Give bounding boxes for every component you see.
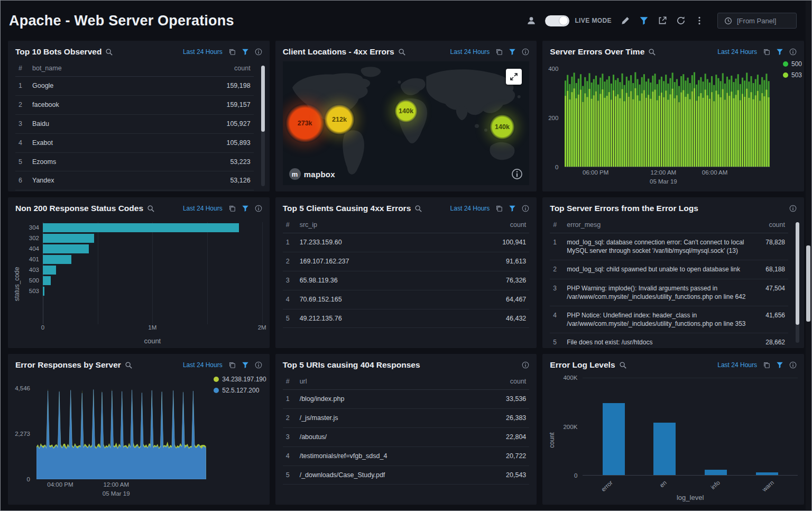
bar: [43, 223, 239, 232]
panel-title: Error Log Levels: [550, 360, 626, 370]
map-expand-button[interactable]: [506, 69, 522, 85]
info-icon[interactable]: [789, 48, 797, 56]
scrollbar-thumb[interactable]: [806, 245, 810, 322]
mapbox-logo[interactable]: m mapbox: [289, 168, 335, 180]
copy-icon[interactable]: [763, 361, 770, 369]
bar-row: [43, 234, 262, 243]
y-axis: 4002000: [542, 69, 562, 167]
info-icon[interactable]: [522, 361, 529, 369]
panel-title-text: Client Locations - 4xx Errors: [283, 47, 394, 57]
time-range-link[interactable]: Last 24 Hours: [450, 205, 490, 212]
time-range-link[interactable]: Last 24 Hours: [183, 48, 223, 56]
search-icon[interactable]: [414, 205, 422, 213]
search-icon[interactable]: [398, 48, 406, 56]
time-range-link[interactable]: Last 24 Hours: [183, 205, 223, 212]
status-codes-chart: status_code30430240440140350050301M2Mcou…: [8, 217, 270, 348]
search-icon[interactable]: [125, 361, 133, 369]
map-bubble[interactable]: 212k: [324, 104, 355, 135]
filter-icon[interactable]: [242, 205, 249, 212]
scrollbar-thumb[interactable]: [261, 66, 265, 132]
x-tick: 12:00 AM05 Mar 19: [650, 168, 677, 187]
copy-icon[interactable]: [228, 205, 236, 212]
copy-icon[interactable]: [763, 48, 770, 56]
bar: [43, 287, 44, 296]
panel-scrollbar[interactable]: [796, 222, 799, 343]
live-mode-label: LIVE MODE: [575, 17, 612, 24]
x-axis: 06:00 PM12:00 AM05 Mar 1906:00 AM: [565, 168, 770, 186]
panel-title: Server Errors Over Time: [550, 47, 656, 57]
panel-title-text: Non 200 Response Status Codes: [15, 204, 143, 213]
server-errors-chart: 500503400200006:00 PM12:00 AM05 Mar 1906…: [542, 60, 804, 191]
y-tick: 400: [548, 66, 558, 72]
copy-icon[interactable]: [495, 205, 503, 212]
bar-row: [43, 223, 262, 232]
panel-header: Top Server Errors from the Error Logs: [542, 197, 804, 217]
copy-icon[interactable]: [228, 48, 236, 56]
bar: [653, 423, 676, 475]
share-icon[interactable]: [658, 16, 667, 25]
bar-row: [43, 244, 262, 253]
live-mode-toggle[interactable]: [545, 15, 569, 26]
time-range-link[interactable]: Last 24 Hours: [717, 361, 757, 369]
y-tick: 200K: [563, 424, 577, 430]
info-icon[interactable]: [522, 205, 529, 212]
panel-top-server-errors: Top Server Errors from the Error Logs #e…: [542, 197, 804, 348]
filter-icon[interactable]: [639, 16, 649, 25]
filter-icon[interactable]: [509, 205, 516, 212]
search-icon[interactable]: [648, 48, 656, 56]
filter-icon[interactable]: [242, 48, 249, 56]
info-icon[interactable]: [522, 48, 529, 56]
bar-row: [43, 276, 262, 285]
panel-title-text: Top 10 Bots Observed: [15, 47, 102, 57]
hbar-body: 304302404401403500503: [23, 222, 262, 324]
user-icon[interactable]: [527, 16, 536, 25]
panel-header: Top 5 Clients Causing 4xx Errors Last 24…: [275, 197, 537, 217]
map-bubble[interactable]: 140k: [394, 99, 418, 123]
panel-header: Server Errors Over Time Last 24 Hours: [542, 41, 804, 60]
map-bubble[interactable]: 140k: [490, 114, 515, 140]
panel-body: 273k212k140k140k m mapbox: [275, 60, 537, 191]
search-icon[interactable]: [619, 361, 627, 369]
refresh-icon[interactable]: [676, 16, 686, 25]
map-info-icon[interactable]: [511, 168, 523, 180]
copy-icon[interactable]: [228, 361, 236, 369]
more-menu-icon[interactable]: [695, 16, 704, 25]
plot-area: [43, 222, 262, 324]
table-row: 1/blog/index.php33,536: [283, 390, 530, 409]
info-icon[interactable]: [255, 205, 262, 212]
map-bubble[interactable]: 273k: [285, 104, 325, 143]
y-tick: 0: [27, 476, 30, 482]
filter-icon[interactable]: [509, 48, 516, 56]
time-range-link[interactable]: Last 24 Hours: [717, 48, 757, 56]
info-icon[interactable]: [255, 48, 262, 56]
filter-icon[interactable]: [776, 48, 783, 56]
table-row: 5/_downloads/Case_Study.pdf20,543: [283, 466, 530, 485]
info-icon[interactable]: [255, 361, 262, 369]
panel-body: #bot_namecount1Google159,1982facebook159…: [8, 60, 270, 191]
time-range-link[interactable]: Last 24 Hours: [183, 361, 223, 369]
chart-legend: 34.238.197.19052.5.127.200: [214, 376, 266, 398]
time-range-link[interactable]: Last 24 Hours: [450, 48, 490, 56]
page-scrollbar[interactable]: [806, 1, 811, 510]
panel-controls: Last 24 Hours: [450, 48, 530, 56]
world-map[interactable]: 273k212k140k140k m mapbox: [283, 61, 530, 185]
panel-scrollbar[interactable]: [261, 66, 265, 186]
filter-icon[interactable]: [242, 361, 249, 369]
search-icon[interactable]: [147, 205, 155, 213]
panel-title-text: Server Errors Over Time: [550, 47, 644, 57]
bar: [756, 472, 778, 475]
scrollbar-thumb[interactable]: [796, 222, 799, 325]
log-levels-chart: count400K200K0erroreninfowarnlog_level: [542, 373, 804, 505]
filter-icon[interactable]: [776, 361, 783, 369]
info-icon[interactable]: [789, 205, 797, 212]
info-icon[interactable]: [789, 361, 797, 369]
panel-header: Non 200 Response Status Codes Last 24 Ho…: [8, 197, 270, 217]
edit-icon[interactable]: [621, 16, 630, 25]
time-range-selector[interactable]: [From Panel]: [717, 13, 797, 29]
category-label: warn: [761, 479, 776, 493]
search-icon[interactable]: [105, 48, 113, 56]
x-tick: 06:00 PM: [583, 168, 608, 177]
panel-controls: Last 24 Hours: [717, 48, 797, 56]
copy-icon[interactable]: [495, 48, 503, 56]
panel-title-text: Top 5 URIs causing 404 Responses: [283, 360, 420, 370]
